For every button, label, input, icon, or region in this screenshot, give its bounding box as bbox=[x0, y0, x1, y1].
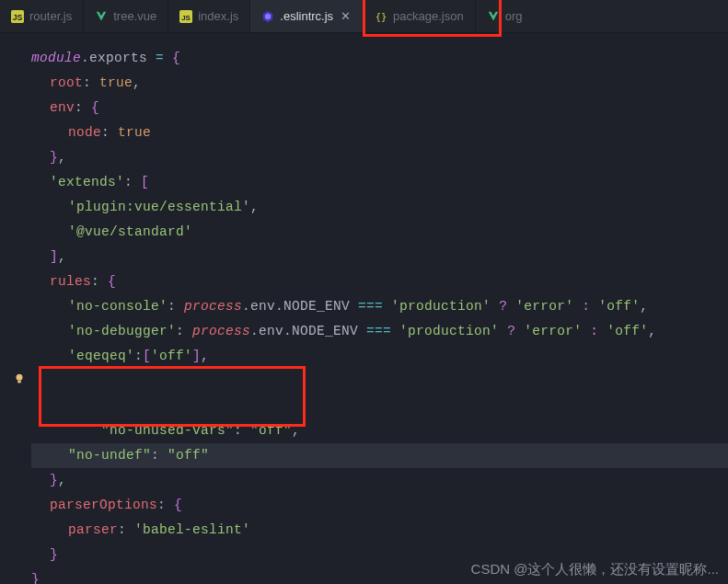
svg-text:{}: {} bbox=[376, 10, 387, 21]
code-line: 'no-console': process.env.NODE_ENV === '… bbox=[31, 294, 728, 319]
code-line: parser: 'babel-eslint' bbox=[31, 518, 728, 543]
tab-label: .eslintrc.js bbox=[280, 9, 333, 23]
code-line: root: true, bbox=[31, 71, 728, 96]
code-line: rules: { bbox=[31, 269, 728, 294]
code-line: module.exports = { bbox=[31, 46, 728, 71]
code-line: "no-undef": "off" bbox=[31, 443, 728, 468]
code-line: "no-unused-vars": "off", bbox=[31, 369, 728, 443]
code-line: }, bbox=[31, 468, 728, 493]
svg-text:JS: JS bbox=[181, 13, 191, 21]
tab-label: router.js bbox=[29, 9, 72, 23]
code-line: node: true bbox=[31, 120, 728, 145]
close-icon[interactable]: ✕ bbox=[339, 10, 352, 23]
lightbulb-icon[interactable] bbox=[13, 372, 26, 385]
tab-index-js[interactable]: JS index.js bbox=[168, 0, 250, 32]
code-line: 'extends': [ bbox=[31, 170, 728, 195]
eslint-icon bbox=[261, 10, 274, 23]
json-icon: {} bbox=[375, 10, 387, 23]
js-badge-icon: JS bbox=[179, 10, 192, 23]
tab-label: org bbox=[505, 9, 523, 23]
tab-eslintrc-js[interactable]: .eslintrc.js ✕ bbox=[250, 0, 364, 32]
svg-rect-8 bbox=[17, 381, 21, 384]
tab-bar: JS router.js tree.vue JS index.js .eslin… bbox=[0, 0, 728, 33]
svg-text:JS: JS bbox=[13, 12, 23, 21]
tab-label: package.json bbox=[393, 9, 464, 23]
tab-label: index.js bbox=[198, 9, 238, 23]
code-line: ], bbox=[31, 245, 728, 269]
vue-icon bbox=[95, 10, 108, 23]
tab-router-js[interactable]: JS router.js bbox=[0, 0, 84, 32]
tab-package-json[interactable]: {} package.json bbox=[364, 0, 476, 32]
code-line: parserOptions: { bbox=[31, 493, 728, 518]
code-editor[interactable]: module.exports = { root: true, env: { no… bbox=[0, 33, 728, 584]
tab-org[interactable]: org bbox=[476, 0, 534, 32]
code-line: env: { bbox=[31, 96, 728, 120]
code-line: 'plugin:vue/essential', bbox=[31, 195, 728, 220]
code-line: '@vue/standard' bbox=[31, 220, 728, 245]
svg-point-7 bbox=[17, 374, 23, 381]
tab-tree-vue[interactable]: tree.vue bbox=[84, 0, 168, 32]
code-line: }, bbox=[31, 145, 728, 170]
code-line: 'eqeqeq':['off'], bbox=[31, 344, 728, 369]
js-icon: JS bbox=[11, 10, 24, 23]
watermark: CSDN @这个人很懒，还没有设置昵称... bbox=[471, 561, 719, 578]
code-line: 'no-debugger': process.env.NODE_ENV === … bbox=[31, 319, 728, 344]
vue-icon bbox=[487, 10, 500, 23]
tab-label: tree.vue bbox=[113, 9, 156, 23]
